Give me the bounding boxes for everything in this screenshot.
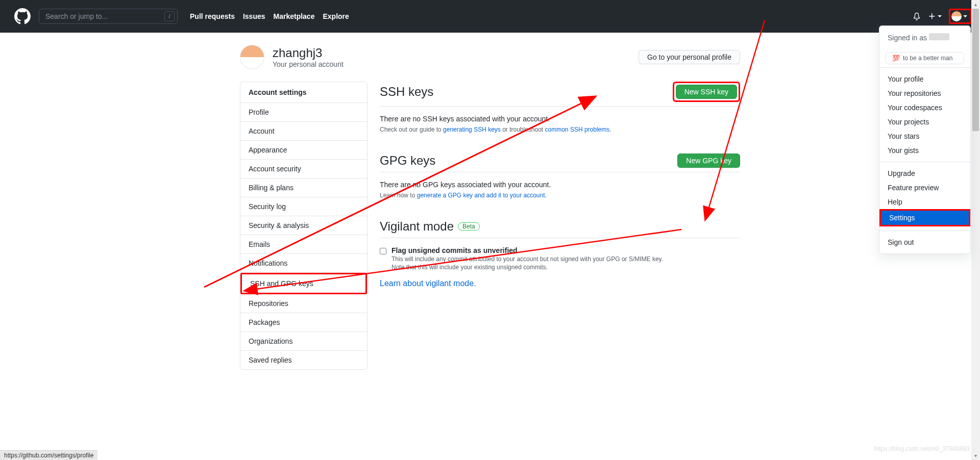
sidebar-item-ssh-and-gpg-keys[interactable]: SSH and GPG keys xyxy=(240,273,367,294)
create-new-dropdown[interactable] xyxy=(928,12,942,20)
nav-explore[interactable]: Explore xyxy=(323,12,349,20)
flag-unsigned-label: Flag unsigned commits as unverified xyxy=(391,246,663,254)
new-ssh-key-highlight: New SSH key xyxy=(673,82,740,102)
beta-badge: Beta xyxy=(458,222,480,231)
nav-pull-requests[interactable]: Pull requests xyxy=(190,12,235,20)
flag-unsigned-checkbox[interactable] xyxy=(380,248,386,254)
flag-unsigned-desc2: Note that this will include your existin… xyxy=(391,264,663,271)
status-emoji-icon: 💯 xyxy=(892,55,900,62)
dropdown-sign-out[interactable]: Sign out xyxy=(879,235,970,249)
flag-unsigned-desc1: This will include any commit attributed … xyxy=(391,255,663,263)
sidebar-header: Account settings xyxy=(240,82,367,103)
caret-down-icon xyxy=(938,15,942,17)
notifications-icon[interactable] xyxy=(913,12,921,20)
slash-shortcut-badge: / xyxy=(164,11,175,21)
github-logo-icon[interactable] xyxy=(14,8,31,24)
dropdown-your-projects[interactable]: Your projects xyxy=(879,115,970,129)
nav-marketplace[interactable]: Marketplace xyxy=(274,12,315,20)
sidebar-item-profile[interactable]: Profile xyxy=(240,103,367,122)
scrollbar-thumb[interactable] xyxy=(972,9,979,131)
gpg-title: GPG keys xyxy=(380,154,435,168)
dropdown-section-a: Your profileYour repositoriesYour codesp… xyxy=(879,68,970,162)
sidebar-item-security-log[interactable]: Security log xyxy=(240,197,367,216)
gpg-keys-section: GPG keys New GPG key There are no GPG ke… xyxy=(380,154,740,199)
dropdown-your-repositories[interactable]: Your repositories xyxy=(879,86,970,100)
gpg-learn-text: Learn how to generate a GPG key and add … xyxy=(380,192,740,199)
dropdown-your-gists[interactable]: Your gists xyxy=(879,143,970,158)
goto-profile-button[interactable]: Go to your personal profile xyxy=(639,50,740,64)
ssh-title: SSH keys xyxy=(380,85,433,99)
main-content: SSH keys New SSH key There are no SSH ke… xyxy=(380,82,740,309)
status-text: to be a better man xyxy=(903,55,952,62)
user-status[interactable]: 💯 to be a better man xyxy=(886,52,964,64)
sidebar-item-saved-replies[interactable]: Saved replies xyxy=(240,351,367,369)
nav-issues[interactable]: Issues xyxy=(243,12,265,20)
avatar-large xyxy=(240,45,264,69)
blurred-username xyxy=(929,33,949,40)
ssh-keys-section: SSH keys New SSH key There are no SSH ke… xyxy=(380,82,740,133)
sidebar-item-packages[interactable]: Packages xyxy=(240,313,367,332)
dropdown-section-c: Sign out xyxy=(879,231,970,253)
vigilant-title: Vigilant mode xyxy=(380,219,454,234)
user-menu-button[interactable] xyxy=(949,9,972,24)
settings-sidebar: Account settings ProfileAccountAppearanc… xyxy=(240,82,368,370)
caret-down-icon xyxy=(963,15,967,17)
vigilant-mode-section: Vigilant mode Beta Flag unsigned commits… xyxy=(380,219,740,288)
dropdown-feature-preview[interactable]: Feature preview xyxy=(879,181,970,195)
sidebar-item-security-analysis[interactable]: Security & analysis xyxy=(240,216,367,235)
ssh-empty-text: There are no SSH keys associated with yo… xyxy=(380,115,740,123)
sidebar-item-organizations[interactable]: Organizations xyxy=(240,332,367,351)
dropdown-your-stars[interactable]: Your stars xyxy=(879,129,970,143)
sidebar-item-account-security[interactable]: Account security xyxy=(240,160,367,178)
sidebar-item-appearance[interactable]: Appearance xyxy=(240,141,367,160)
dropdown-your-profile[interactable]: Your profile xyxy=(879,72,970,86)
scroll-up-icon[interactable]: ▴ xyxy=(971,0,980,9)
sidebar-item-notifications[interactable]: Notifications xyxy=(240,254,367,273)
sidebar-item-repositories[interactable]: Repositories xyxy=(240,294,367,313)
user-dropdown-menu: Signed in as 💯 to be a better man Your p… xyxy=(879,25,971,254)
learn-vigilant-link[interactable]: Learn about vigilant mode. xyxy=(380,279,476,288)
account-subtext: Your personal account xyxy=(273,60,344,68)
generating-ssh-keys-link[interactable]: generating SSH keys xyxy=(443,126,501,133)
ssh-guide-text: Check out our guide to generating SSH ke… xyxy=(380,126,740,133)
sidebar-item-emails[interactable]: Emails xyxy=(240,235,367,254)
sidebar-item-billing-plans[interactable]: Billing & plans xyxy=(240,178,367,197)
username-heading: zhanghj3 xyxy=(273,46,344,60)
gpg-empty-text: There are no GPG keys associated with yo… xyxy=(380,181,740,189)
generate-gpg-key-link[interactable]: generate a GPG key and add it to your ac… xyxy=(417,192,545,199)
dropdown-upgrade[interactable]: Upgrade xyxy=(879,166,970,181)
dropdown-settings[interactable]: Settings xyxy=(879,209,970,226)
scrollbar[interactable]: ▴ ▾ xyxy=(971,0,980,382)
plus-icon xyxy=(928,12,936,20)
common-ssh-problems-link[interactable]: common SSH problems xyxy=(545,126,610,133)
search-input[interactable] xyxy=(39,9,178,24)
new-ssh-key-button[interactable]: New SSH key xyxy=(676,85,737,99)
new-gpg-key-button[interactable]: New GPG key xyxy=(677,154,740,168)
avatar-icon xyxy=(951,11,962,21)
dropdown-section-b: UpgradeFeature previewHelpSettings xyxy=(879,162,970,231)
sidebar-item-account[interactable]: Account xyxy=(240,122,367,141)
signed-in-as-label: Signed in as xyxy=(879,30,970,45)
dropdown-your-codespaces[interactable]: Your codespaces xyxy=(879,100,970,115)
dropdown-help[interactable]: Help xyxy=(879,195,970,209)
